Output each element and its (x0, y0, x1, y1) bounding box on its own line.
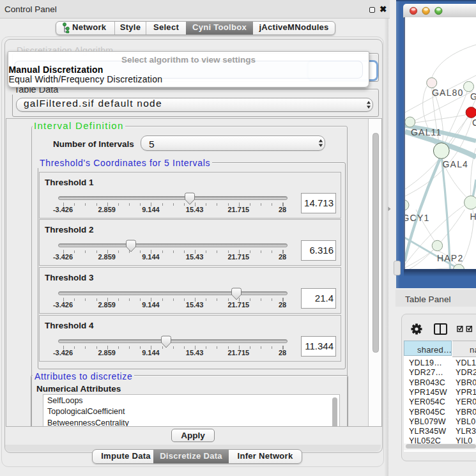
svg-text:GAL11: GAL11 (411, 127, 442, 137)
svg-text:H: H (470, 211, 476, 222)
svg-text:GCY1: GCY1 (405, 213, 429, 223)
svg-text:GAL80: GAL80 (432, 88, 464, 98)
svg-text:GAL4: GAL4 (443, 159, 469, 169)
svg-text:C: C (472, 118, 476, 128)
svg-text:GA: GA (470, 91, 476, 102)
svg-text:HAP2: HAP2 (437, 253, 463, 263)
